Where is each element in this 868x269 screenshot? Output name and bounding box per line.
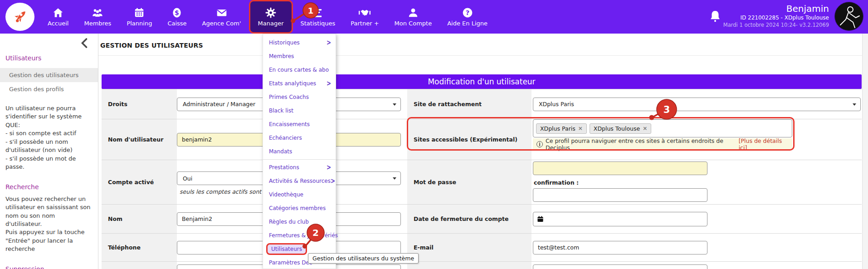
submenu-chevron-icon: > — [331, 177, 335, 185]
field-next-right — [532, 262, 862, 269]
site-tag-label: XDplus Paris — [540, 125, 575, 132]
password-input[interactable] — [533, 161, 707, 175]
next-right-input[interactable] — [533, 264, 707, 269]
sidebar-search-heading: Recherche — [5, 183, 93, 191]
title-divider — [98, 55, 862, 56]
menu-item-en-cours[interactable]: En cours cartes & abo — [263, 63, 336, 77]
label-next-row — [407, 262, 532, 269]
notifications-bell-icon[interactable] — [708, 9, 722, 24]
nav-label: Membres — [84, 20, 111, 27]
home-icon — [52, 7, 64, 19]
menu-item-fermetures[interactable]: Fermetures & Jours fériés — [263, 229, 336, 242]
label-mot-de-passe: Mot de passe — [407, 160, 532, 205]
svg-text:$: $ — [175, 9, 180, 16]
user-info-block[interactable]: Benjamin ID 221002285 - XDplus Toulouse … — [723, 3, 829, 29]
main-content: GESTION DES UTILISATEURS Modification d'… — [98, 34, 862, 269]
nav-agence-com[interactable]: Agence Com' — [195, 0, 249, 34]
details-link[interactable]: [Plus de détails ici] — [739, 137, 789, 151]
select-chevron-icon — [393, 103, 396, 106]
sidebar-item-gestion-profils[interactable]: Gestion des profils — [0, 82, 98, 96]
nav-aide[interactable]: ? Aide En Ligne — [439, 0, 495, 34]
label-site-rattachement: Site de rattachement — [407, 89, 532, 119]
top-navigation-bar: Accueil Membres Planning — [0, 0, 868, 34]
email-input[interactable] — [533, 241, 707, 254]
field-mot-de-passe: confirmation : — [532, 160, 862, 205]
account-icon — [407, 7, 419, 19]
field-date-fermeture — [532, 205, 862, 234]
tooltip-gestion-utilisateurs: Gestion des utilisateurs du système — [308, 253, 419, 264]
app-logo[interactable] — [5, 3, 34, 31]
scrollbar-track[interactable] — [862, 34, 868, 269]
menu-item-prestations[interactable]: Prestations > — [263, 161, 336, 174]
menu-item-categories-membres[interactable]: Catégories membres — [263, 201, 336, 215]
date-fermeture-input[interactable] — [533, 212, 707, 226]
calendar-small-icon — [537, 215, 544, 222]
sites-accessibles-input[interactable]: XDplus Paris × XDplus Toulouse × — [533, 119, 792, 137]
menu-divider — [263, 159, 336, 160]
nav-accueil[interactable]: Accueil — [40, 0, 76, 34]
form-banner-title: Modification d'un utilisateur — [102, 74, 862, 89]
nav-statistiques[interactable]: Statistiques — [293, 0, 343, 34]
submenu-chevron-icon: > — [327, 39, 331, 47]
label-telephone: Téléphone — [102, 234, 177, 262]
select-chevron-icon — [393, 177, 396, 180]
gear-icon — [265, 7, 277, 19]
label-next-row — [102, 262, 177, 269]
nav-label: Statistiques — [301, 20, 336, 27]
left-sidebar: Utilisateurs Gestion des utilisateurs Ge… — [0, 34, 98, 269]
menu-item-primes-coachs[interactable]: Primes Coachs — [263, 90, 336, 104]
site-tag-label: XDplus Toulouse — [594, 125, 640, 132]
members-icon — [92, 7, 103, 19]
menu-item-videotheque[interactable]: Videothèque — [263, 188, 336, 201]
menu-item-activites-ressources[interactable]: Activités & Ressources > — [263, 174, 336, 188]
label-nom: Nom — [102, 205, 177, 234]
date-version: Mardi 1 octobre 2024 10:24- v3.2.12069 — [723, 21, 829, 29]
sidebar-search-text: Vous pouvez rechercher un utilisateur en… — [5, 195, 93, 254]
site-select[interactable]: XDplus Paris — [533, 98, 861, 111]
nav-label: Manager — [258, 20, 284, 27]
label-sites-accessibles: Sites accessibles (Expérimental) — [407, 119, 532, 160]
label-date-fermeture: Date de fermeture du compte — [407, 205, 532, 234]
menu-item-membres[interactable]: Membres — [263, 49, 336, 63]
select-chevron-icon — [853, 103, 856, 106]
menu-item-encaissements[interactable]: Encaissements — [263, 117, 336, 131]
nav-label: Aide En Ligne — [447, 20, 488, 27]
avatar-image — [835, 2, 863, 30]
confirmation-label: confirmation : — [534, 179, 579, 186]
sidebar-collapse-icon[interactable] — [80, 38, 88, 48]
sidebar-item-gestion-utilisateurs[interactable]: Gestion des utilisateurs — [0, 68, 98, 82]
sites-accessibles-info: i Ce profil pourra naviguer entre ces si… — [533, 138, 792, 150]
password-confirm-input[interactable] — [533, 188, 707, 202]
nav-planning[interactable]: Planning — [119, 0, 160, 34]
site-tag: XDplus Paris × — [536, 123, 587, 134]
main-nav: Accueil Membres Planning — [40, 0, 495, 34]
nav-label: Accueil — [48, 20, 68, 27]
user-name: Benjamin — [723, 3, 829, 14]
droits-value: Administrateur / Manager — [183, 101, 255, 108]
label-droits: Droits — [102, 89, 177, 119]
handshake-icon — [358, 7, 371, 19]
svg-text:?: ? — [465, 9, 469, 16]
nav-manager[interactable]: Manager — [249, 0, 293, 34]
remove-tag-icon[interactable]: × — [643, 125, 647, 132]
user-avatar[interactable] — [834, 2, 863, 31]
menu-item-black-list[interactable]: Black list — [263, 104, 336, 117]
cash-icon: $ — [171, 7, 183, 19]
label-email: E-mail — [407, 234, 532, 262]
menu-item-etats-analytiques[interactable]: Etats analytiques > — [263, 77, 336, 90]
envelope-icon — [215, 7, 228, 19]
nav-membres[interactable]: Membres — [76, 0, 119, 34]
menu-item-regles-du-club[interactable]: Règles du club — [263, 215, 336, 229]
nav-mon-compte[interactable]: Mon Compte — [387, 0, 440, 34]
site-value: XDplus Paris — [539, 101, 574, 108]
rocket-icon — [11, 8, 29, 26]
menu-item-mandats[interactable]: Mandats — [263, 145, 336, 158]
nav-caisse[interactable]: $ Caisse — [160, 0, 194, 34]
page-title: GESTION DES UTILISATEURS — [100, 42, 203, 49]
menu-item-echeanciers[interactable]: Echéanciers — [263, 131, 336, 145]
sidebar-delete-heading: Suppression — [5, 265, 93, 269]
remove-tag-icon[interactable]: × — [578, 125, 583, 132]
nav-partner[interactable]: Partner + — [343, 0, 386, 34]
menu-item-historiques[interactable]: Historiques > — [263, 36, 336, 49]
nav-label: Partner + — [351, 20, 379, 27]
